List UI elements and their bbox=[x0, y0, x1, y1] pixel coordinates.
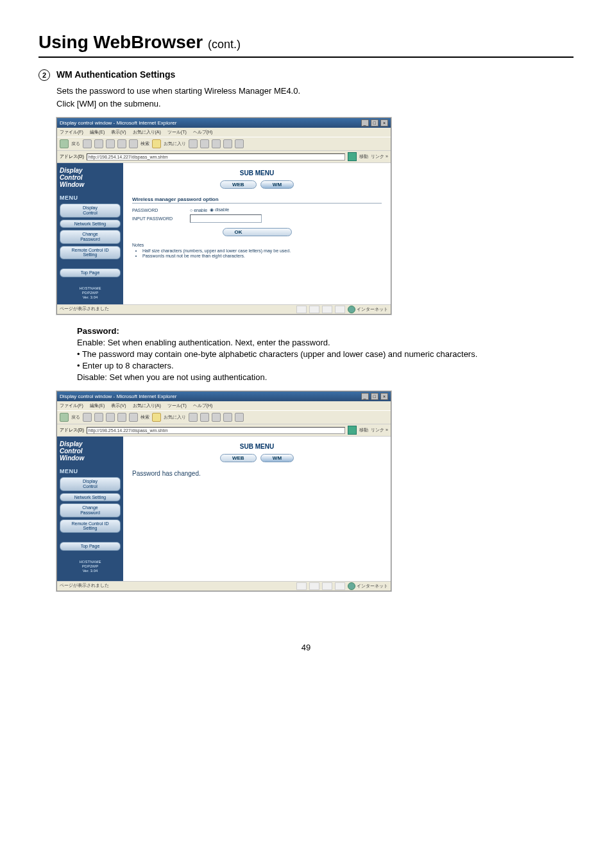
password-block: Password: Enable: Set when enabling auth… bbox=[77, 326, 574, 382]
home-icon[interactable] bbox=[117, 413, 126, 422]
radio-enable[interactable]: ○ enable bbox=[190, 208, 207, 213]
fwd-icon[interactable] bbox=[83, 413, 92, 422]
fav-icon[interactable] bbox=[152, 413, 161, 422]
edit-icon[interactable] bbox=[223, 413, 232, 422]
ie-title-text: Display control window - Microsoft Inter… bbox=[60, 120, 176, 126]
menu-file[interactable]: ファイル(F) bbox=[60, 130, 83, 134]
search-icon[interactable] bbox=[129, 139, 138, 148]
section-heading-text: WM Authentication Settings bbox=[56, 69, 175, 80]
links-label[interactable]: リンク » bbox=[371, 153, 388, 160]
refresh-icon[interactable] bbox=[106, 413, 115, 422]
tab-wm[interactable]: WM bbox=[260, 180, 294, 189]
menu-fav[interactable]: お気に入り(A) bbox=[133, 403, 161, 408]
ie-addrbar: アドレス(D) http://198.254.14.227/dispass_wm… bbox=[57, 424, 391, 437]
menu-heading: MENU bbox=[60, 468, 121, 474]
ie-toolbar: 戻る 検索 お気に入り bbox=[57, 137, 391, 151]
tab-web[interactable]: WEB bbox=[220, 454, 257, 462]
edit-icon[interactable] bbox=[223, 139, 232, 148]
min-icon[interactable]: _ bbox=[361, 393, 369, 400]
sidebar-item-network[interactable]: Network Setting bbox=[60, 220, 121, 229]
home-icon[interactable] bbox=[117, 139, 126, 148]
max-icon[interactable]: □ bbox=[371, 393, 378, 400]
stop-icon[interactable] bbox=[94, 139, 103, 148]
max-icon[interactable]: □ bbox=[371, 119, 378, 126]
menu-edit[interactable]: 編集(E) bbox=[90, 403, 105, 408]
sidebar-item-top[interactable]: Top Page bbox=[60, 268, 121, 277]
refresh-icon[interactable] bbox=[106, 139, 115, 148]
menu-fav[interactable]: お気に入り(A) bbox=[133, 130, 161, 134]
go-label[interactable]: 移動 bbox=[359, 153, 368, 160]
print-icon[interactable] bbox=[212, 139, 221, 148]
password-title: Password: bbox=[77, 326, 119, 336]
note-2: Passwords must not be more than eight ch… bbox=[142, 254, 382, 258]
submenu-tabs: WEB WM bbox=[132, 180, 382, 189]
addr-input[interactable]: http://198.254.14.227/dispass_wm.shtm bbox=[87, 427, 345, 434]
fav-label[interactable]: お気に入り bbox=[164, 414, 186, 421]
sidebar-item-change-password[interactable]: ChangePassword bbox=[60, 230, 121, 243]
input-password-field[interactable] bbox=[190, 214, 262, 223]
page-number: 49 bbox=[38, 643, 574, 652]
sidebar-item-change-password[interactable]: ChangePassword bbox=[60, 503, 121, 517]
mail-icon[interactable] bbox=[200, 139, 209, 148]
addr-input[interactable]: http://198.254.14.227/dispass_wm.shtm bbox=[87, 153, 345, 161]
go-icon[interactable] bbox=[348, 426, 357, 435]
back-label[interactable]: 戻る bbox=[71, 414, 80, 421]
status-left: ページが表示されました bbox=[60, 306, 109, 313]
password-label: PASSWORD bbox=[132, 208, 190, 213]
print-icon[interactable] bbox=[212, 413, 221, 422]
tab-wm[interactable]: WM bbox=[260, 454, 294, 462]
sidebar-item-network[interactable]: Network Setting bbox=[60, 493, 121, 502]
menu-heading: MENU bbox=[60, 195, 121, 201]
close-icon[interactable]: × bbox=[380, 119, 388, 126]
min-icon[interactable]: _ bbox=[361, 119, 369, 126]
search-label[interactable]: 検索 bbox=[140, 141, 149, 147]
fav-label[interactable]: お気に入り bbox=[164, 141, 186, 147]
main-panel: SUB MENU WEB WM Wireless manager passwor… bbox=[123, 163, 391, 304]
back-icon[interactable] bbox=[60, 139, 69, 148]
submenu-tabs: WEB WM bbox=[132, 454, 382, 462]
sidebar-hostinfo: HOSTNAME PDP2WP Ver. 3.04 bbox=[60, 560, 121, 574]
ie-window: Display control window - Microsoft Inter… bbox=[56, 391, 391, 591]
sidebar-item-top[interactable]: Top Page bbox=[60, 542, 121, 551]
fwd-icon[interactable] bbox=[83, 139, 92, 148]
main-panel: SUB MENU WEB WM Password has changed. bbox=[123, 437, 391, 581]
links-label[interactable]: リンク » bbox=[371, 427, 388, 433]
history-icon[interactable] bbox=[189, 139, 198, 148]
tab-web[interactable]: WEB bbox=[220, 180, 257, 189]
search-label[interactable]: 検索 bbox=[140, 414, 149, 421]
menu-help[interactable]: ヘルプ(H) bbox=[193, 403, 213, 408]
sidebar-item-remote-id[interactable]: Remote Control IDSetting bbox=[60, 246, 121, 259]
addr-label: アドレス(D) bbox=[60, 427, 84, 433]
search-icon[interactable] bbox=[129, 413, 138, 422]
menu-view[interactable]: 表示(V) bbox=[111, 130, 126, 134]
sidebar-item-remote-id[interactable]: Remote Control IDSetting bbox=[60, 519, 121, 533]
menu-file[interactable]: ファイル(F) bbox=[60, 403, 83, 408]
stop-icon[interactable] bbox=[94, 413, 103, 422]
sidebar-item-display-control[interactable]: DisplayControl bbox=[60, 204, 121, 217]
mail-icon[interactable] bbox=[200, 413, 209, 422]
discuss-icon[interactable] bbox=[235, 413, 244, 422]
menu-help[interactable]: ヘルプ(H) bbox=[193, 130, 213, 134]
ie-content: Display Control Window MENU DisplayContr… bbox=[57, 437, 391, 581]
ie-menubar: ファイル(F) 編集(E) 表示(V) お気に入り(A) ツール(T) ヘルプ(… bbox=[57, 401, 391, 410]
menu-edit[interactable]: 編集(E) bbox=[90, 130, 105, 134]
menu-tool[interactable]: ツール(T) bbox=[167, 403, 187, 408]
menu-view[interactable]: 表示(V) bbox=[111, 403, 126, 408]
ok-button[interactable]: OK bbox=[223, 228, 292, 236]
radio-disable[interactable]: ◉ disable bbox=[210, 207, 229, 213]
go-icon[interactable] bbox=[348, 152, 357, 161]
close-icon[interactable]: × bbox=[380, 393, 388, 400]
back-label[interactable]: 戻る bbox=[71, 141, 80, 147]
sidebar: Display Control Window MENU DisplayContr… bbox=[57, 163, 123, 304]
ie-title-text: Display control window - Microsoft Inter… bbox=[60, 394, 176, 399]
app-brand: Display Control Window bbox=[60, 167, 121, 188]
go-label[interactable]: 移動 bbox=[359, 427, 368, 433]
back-icon[interactable] bbox=[60, 413, 69, 422]
discuss-icon[interactable] bbox=[235, 139, 244, 148]
menu-tool[interactable]: ツール(T) bbox=[167, 130, 187, 134]
password-changed-msg: Password has changed. bbox=[132, 470, 382, 477]
fav-icon[interactable] bbox=[152, 139, 161, 148]
sidebar-item-display-control[interactable]: DisplayControl bbox=[60, 477, 121, 490]
history-icon[interactable] bbox=[189, 413, 198, 422]
desc-line1: Sets the password to use when starting W… bbox=[56, 86, 300, 96]
